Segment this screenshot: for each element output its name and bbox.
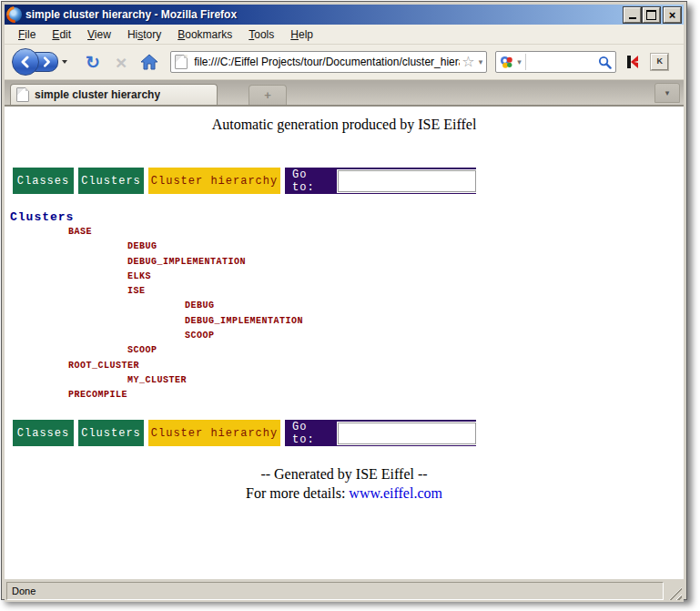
cluster-tree: BASE DEBUG DEBUG_IMPLEMENTATION ELKS ISE… <box>5 227 684 405</box>
generation-note: Automatic generation produced by ISE Eif… <box>5 117 684 133</box>
search-bar[interactable]: ▾ <box>495 51 616 73</box>
tree-item[interactable]: DEBUG <box>5 241 684 256</box>
close-button[interactable]: × <box>664 7 681 23</box>
goto-input-bottom[interactable] <box>338 423 476 444</box>
bookmark-star-icon[interactable]: ☆ <box>462 55 474 69</box>
tab-label: simple cluster hierarchy <box>35 88 160 101</box>
list-all-tabs-button[interactable]: ▾ <box>654 83 680 103</box>
clusters-button[interactable]: Clusters <box>78 168 144 194</box>
virtual-keyboard-button[interactable]: K <box>651 54 668 70</box>
goto-box-bottom: Go to: <box>285 420 476 446</box>
new-tab-button[interactable]: + <box>249 85 287 105</box>
status-bar: Done <box>5 579 684 602</box>
url-dropdown-icon[interactable]: ▾ <box>479 57 483 66</box>
page-icon <box>175 55 188 69</box>
generated-by-line: -- Generated by ISE Eiffel -- <box>5 466 684 483</box>
back-arrow-icon <box>19 56 32 68</box>
tree-item[interactable]: PRECOMPILE <box>5 390 684 404</box>
tree-item[interactable]: ROOT_CLUSTER <box>5 361 684 375</box>
more-details-prefix: For more details: <box>246 485 349 501</box>
resize-grip[interactable] <box>669 587 682 600</box>
goto-label-bottom: Go to: <box>292 421 330 446</box>
back-button[interactable] <box>12 48 39 76</box>
window-controls: × <box>624 7 681 23</box>
minimize-icon <box>629 17 636 19</box>
tab-page-icon <box>16 87 29 102</box>
close-icon: × <box>669 9 676 21</box>
home-button[interactable] <box>140 54 158 70</box>
status-text-field: Done <box>6 582 664 600</box>
tree-item[interactable]: SCOOP <box>5 345 684 360</box>
tree-item[interactable]: DEBUG <box>5 300 684 315</box>
chevron-down-icon: ▾ <box>665 88 670 97</box>
menu-bar: File Edit View History Bookmarks Tools H… <box>5 25 684 45</box>
google-icon[interactable] <box>500 56 513 69</box>
tab-bar: simple cluster hierarchy + ▾ <box>5 80 684 107</box>
tree-item[interactable]: ISE <box>5 286 684 300</box>
history-dropdown-icon[interactable] <box>62 60 67 64</box>
page-content: Automatic generation produced by ISE Eif… <box>5 107 684 579</box>
window-title: simple cluster hierarchy - Mozilla Firef… <box>25 8 624 21</box>
cluster-hierarchy-button[interactable]: Cluster hierarchy <box>148 168 280 194</box>
goto-box: Go to: <box>285 168 476 194</box>
maximize-icon <box>646 10 656 20</box>
tab-simple-cluster-hierarchy[interactable]: simple cluster hierarchy <box>10 84 218 105</box>
firefox-icon <box>7 7 22 22</box>
tree-item[interactable]: DEBUG_IMPLEMENTATION <box>5 316 684 331</box>
cluster-hierarchy-button-bottom[interactable]: Cluster hierarchy <box>148 420 280 446</box>
tree-item[interactable]: SCOOP <box>5 331 684 345</box>
navigation-toolbar: ↻ × ☆ ▾ <box>5 45 684 80</box>
tree-item[interactable]: MY_CLUSTER <box>5 375 684 390</box>
menu-view[interactable]: View <box>79 26 119 43</box>
status-text: Done <box>12 586 36 596</box>
screenshot-root: simple cluster hierarchy - Mozilla Firef… <box>0 0 700 611</box>
tree-item[interactable]: ELKS <box>5 271 684 286</box>
forward-arrow-icon <box>41 56 52 67</box>
reload-button[interactable]: ↻ <box>86 54 100 71</box>
minimize-button[interactable] <box>624 7 641 23</box>
menu-tools[interactable]: Tools <box>240 26 282 43</box>
plus-icon: + <box>264 89 271 101</box>
goto-input[interactable] <box>338 170 476 192</box>
search-input[interactable] <box>525 54 598 70</box>
browser-window: simple cluster hierarchy - Mozilla Firef… <box>1 1 687 600</box>
menu-history[interactable]: History <box>119 26 169 43</box>
nav-button-row-bottom: Classes Clusters Cluster hierarchy Go to… <box>13 420 476 446</box>
tree-item[interactable]: DEBUG_IMPLEMENTATION <box>5 257 684 271</box>
menu-bookmarks[interactable]: Bookmarks <box>169 26 240 43</box>
address-bar[interactable]: ☆ ▾ <box>170 51 487 73</box>
maximize-button[interactable] <box>643 7 660 23</box>
clusters-button-bottom[interactable]: Clusters <box>78 420 144 446</box>
nav-button-row-top: Classes Clusters Cluster hierarchy Go to… <box>13 168 476 194</box>
menu-file[interactable]: File <box>10 26 44 43</box>
tree-item[interactable]: BASE <box>5 227 684 241</box>
menu-help[interactable]: Help <box>282 26 321 43</box>
eiffel-link[interactable]: www.eiffel.com <box>349 485 442 501</box>
classes-button[interactable]: Classes <box>13 168 74 194</box>
classes-button-bottom[interactable]: Classes <box>13 420 74 446</box>
menu-edit[interactable]: Edit <box>44 26 79 43</box>
home-icon <box>140 54 158 70</box>
goto-label: Go to: <box>292 168 330 194</box>
back-forward-group <box>12 48 67 76</box>
stop-button[interactable]: × <box>116 53 127 72</box>
more-details-line: For more details: www.eiffel.com <box>5 485 684 502</box>
address-input[interactable] <box>192 55 462 69</box>
clusters-heading: Clusters <box>10 210 74 224</box>
title-bar[interactable]: simple cluster hierarchy - Mozilla Firef… <box>5 5 684 25</box>
kaspersky-icon[interactable] <box>625 55 640 69</box>
search-icon[interactable] <box>598 56 612 69</box>
search-engine-dropdown-icon[interactable]: ▾ <box>517 57 522 66</box>
